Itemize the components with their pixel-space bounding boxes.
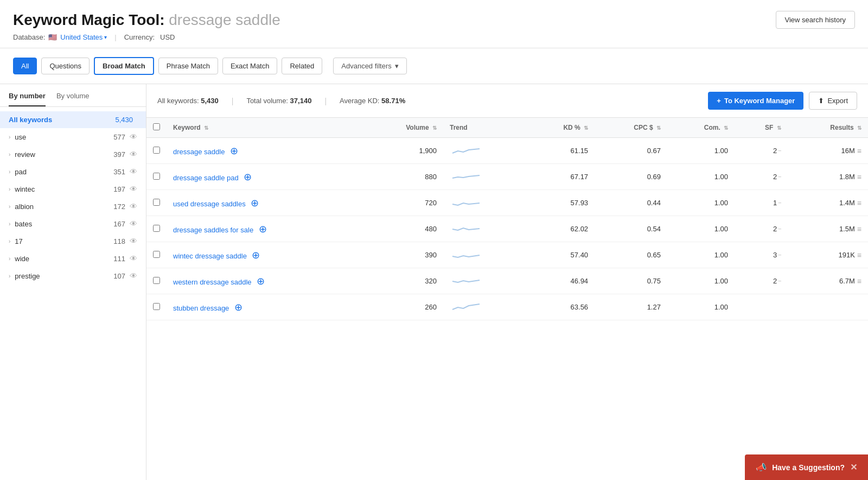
- select-all-checkbox[interactable]: [153, 123, 160, 130]
- view-history-button[interactable]: View search history: [776, 11, 855, 29]
- avg-kd-stat-value: 58.71%: [381, 97, 405, 105]
- filter-phrase-match-button[interactable]: Phrase Match: [158, 58, 218, 74]
- filter-exact-match-button[interactable]: Exact Match: [222, 58, 278, 74]
- filter-broad-match-button[interactable]: Broad Match: [94, 57, 154, 75]
- results-column-header[interactable]: Results ⇅: [788, 118, 868, 138]
- keyword-header-label: Keyword: [173, 124, 201, 131]
- cpc-cell: 0.75: [595, 268, 667, 294]
- sidebar-item-all-keywords[interactable]: All keywords 5,430: [0, 111, 146, 128]
- sidebar-item-use[interactable]: › use 577 👁: [0, 128, 146, 146]
- cpc-header-label: CPC $: [634, 124, 653, 131]
- add-keyword-button[interactable]: ⊕: [244, 171, 252, 183]
- keyword-cell: used dressage saddles ⊕: [167, 190, 363, 216]
- add-keyword-button[interactable]: ⊕: [259, 223, 267, 235]
- com-column-header[interactable]: Com. ⇅: [667, 118, 735, 138]
- sidebar-item-label: bates: [15, 220, 113, 228]
- sort-by-number-tab[interactable]: By number: [9, 92, 46, 106]
- doc-icon: ≡: [857, 173, 861, 181]
- sf-cell: 2 ···: [735, 268, 788, 294]
- eye-icon[interactable]: 👁: [130, 150, 137, 159]
- sf-value: 2 ···: [741, 147, 781, 155]
- sidebar-item-prestige[interactable]: › prestige 107 👁: [0, 267, 146, 285]
- keyword-link[interactable]: stubben dressage: [173, 304, 229, 312]
- row-checkbox[interactable]: [153, 147, 160, 154]
- sf-dots: ···: [778, 174, 781, 180]
- row-checkbox[interactable]: [153, 173, 160, 180]
- sf-cell: 2 ···: [735, 138, 788, 164]
- keyword-column-header[interactable]: Keyword ⇅: [167, 118, 363, 138]
- sf-value: 1 ···: [741, 199, 781, 207]
- row-checkbox-cell: [146, 216, 167, 242]
- chevron-right-icon: ›: [9, 204, 10, 210]
- eye-icon[interactable]: 👁: [130, 185, 137, 193]
- sidebar-item-review[interactable]: › review 397 👁: [0, 146, 146, 163]
- sidebar-item-albion[interactable]: › albion 172 👁: [0, 198, 146, 215]
- row-checkbox[interactable]: [153, 199, 160, 206]
- keyword-link[interactable]: dressage saddle: [173, 148, 225, 156]
- results-number: 1.4M: [839, 199, 855, 207]
- close-suggestion-icon[interactable]: ✕: [850, 462, 857, 472]
- content-area: By number By volume All keywords 5,430 ›…: [0, 84, 868, 480]
- eye-icon[interactable]: 👁: [130, 219, 137, 228]
- eye-icon[interactable]: 👁: [130, 237, 137, 245]
- keyword-cell: western dressage saddle ⊕: [167, 268, 363, 294]
- cpc-cell: 0.44: [595, 190, 667, 216]
- eye-icon[interactable]: 👁: [130, 132, 137, 141]
- currency-value: USD: [160, 33, 175, 41]
- trend-column-header[interactable]: Trend: [443, 118, 526, 138]
- sf-column-header[interactable]: SF ⇅: [735, 118, 788, 138]
- filter-related-button[interactable]: Related: [282, 58, 322, 74]
- row-checkbox[interactable]: [153, 225, 160, 232]
- total-volume-stat-value: 37,140: [290, 97, 312, 105]
- sidebar-item-bates[interactable]: › bates 167 👁: [0, 215, 146, 232]
- sort-by-volume-tab[interactable]: By volume: [56, 92, 90, 106]
- row-checkbox-cell: [146, 242, 167, 268]
- page-title: Keyword Magic Tool: dressage saddle: [13, 11, 280, 29]
- eye-icon[interactable]: 👁: [130, 271, 137, 280]
- row-checkbox[interactable]: [153, 251, 160, 258]
- keyword-link[interactable]: western dressage saddle: [173, 278, 252, 286]
- keyword-link[interactable]: wintec dressage saddle: [173, 252, 247, 260]
- chevron-right-icon: ›: [9, 169, 10, 175]
- total-volume-stat-label: Total volume:: [246, 97, 288, 105]
- eye-icon[interactable]: 👁: [130, 167, 137, 176]
- sidebar-item-wide[interactable]: › wide 111 👁: [0, 250, 146, 267]
- chevron-right-icon: ›: [9, 134, 10, 140]
- add-keyword-button[interactable]: ⊕: [234, 301, 242, 313]
- export-button[interactable]: ⬆ Export: [809, 92, 857, 110]
- add-keyword-button[interactable]: ⊕: [252, 249, 260, 261]
- sf-number: 2: [773, 225, 777, 233]
- sidebar-item-wintec[interactable]: › wintec 197 👁: [0, 180, 146, 198]
- cpc-cell: 0.69: [595, 164, 667, 190]
- row-checkbox[interactable]: [153, 303, 160, 310]
- com-header-label: Com.: [704, 124, 720, 131]
- sf-header-label: SF: [765, 124, 773, 131]
- add-keyword-button[interactable]: ⊕: [257, 275, 265, 287]
- keyword-link[interactable]: used dressage saddles: [173, 200, 246, 208]
- upload-icon: ⬆: [818, 97, 824, 105]
- keyword-link[interactable]: dressage saddle pad: [173, 174, 239, 182]
- add-keyword-button[interactable]: ⊕: [251, 197, 259, 209]
- add-keyword-button[interactable]: ⊕: [230, 145, 238, 157]
- row-checkbox[interactable]: [153, 277, 160, 284]
- row-checkbox-cell: [146, 294, 167, 320]
- sf-cell: [735, 294, 788, 320]
- sidebar-item-17[interactable]: › 17 118 👁: [0, 232, 146, 250]
- keyword-manager-button[interactable]: + To Keyword Manager: [708, 92, 803, 110]
- cpc-column-header[interactable]: CPC $ ⇅: [595, 118, 667, 138]
- filter-questions-button[interactable]: Questions: [41, 58, 90, 74]
- suggestion-bar[interactable]: 📣 Have a Suggestion? ✕: [745, 454, 868, 480]
- doc-icon: ≡: [857, 199, 861, 207]
- sidebar-item-pad[interactable]: › pad 351 👁: [0, 163, 146, 180]
- eye-icon[interactable]: 👁: [130, 202, 137, 211]
- volume-column-header[interactable]: Volume ⇅: [363, 118, 443, 138]
- eye-icon[interactable]: 👁: [130, 254, 137, 263]
- kd-column-header[interactable]: KD % ⇅: [526, 118, 595, 138]
- database-selector[interactable]: United States ▾: [60, 33, 107, 41]
- filter-all-button[interactable]: All: [13, 58, 37, 74]
- keyword-link[interactable]: dressage saddles for sale: [173, 226, 253, 234]
- kd-cell: 57.93: [526, 190, 595, 216]
- advanced-filters-button[interactable]: Advanced filters ▾: [333, 58, 407, 74]
- com-cell: 1.00: [667, 294, 735, 320]
- table-row: dressage saddle pad ⊕ 880 67.17 0.69 1.0…: [146, 164, 868, 190]
